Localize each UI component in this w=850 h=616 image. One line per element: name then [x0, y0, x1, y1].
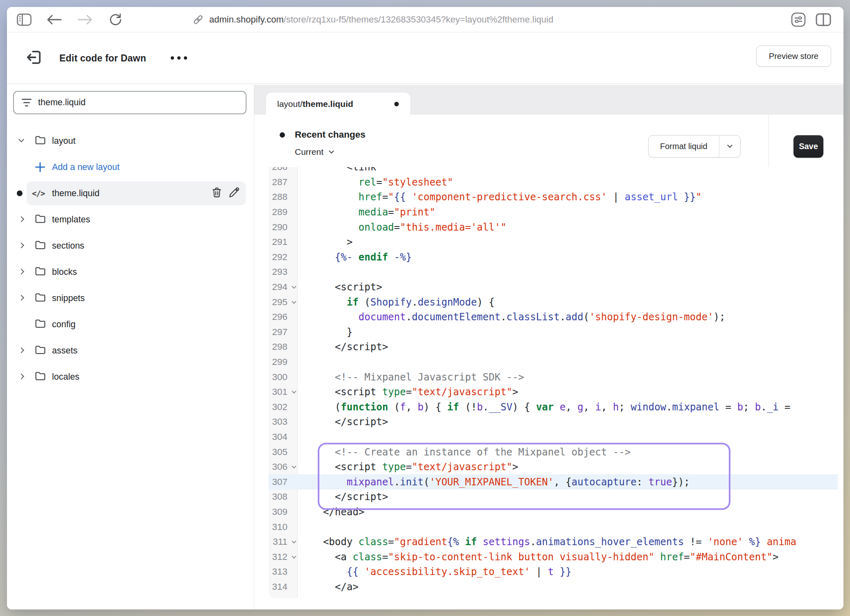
code-editor[interactable]: 286 <link287 rel="stylesheet"288 href="{… [269, 167, 838, 598]
line-number: 300 [269, 372, 298, 383]
line-number: 295 [269, 297, 298, 308]
code-line-299[interactable]: 299 [269, 355, 838, 370]
delete-file-icon[interactable] [211, 187, 223, 200]
chevron-right-icon[interactable] [17, 267, 25, 276]
forward-icon[interactable] [77, 14, 93, 25]
save-button[interactable]: Save [793, 135, 823, 158]
fold-chevron-icon[interactable] [292, 389, 296, 394]
code-line-293[interactable]: 293 [269, 265, 838, 280]
code-line-294[interactable]: 294 <script> [269, 280, 838, 295]
code-line-295[interactable]: 295 if (Shopify.designMode) { [269, 294, 838, 310]
back-icon[interactable] [46, 14, 62, 25]
code-line-312[interactable]: 312 <a class="skip-to-content-link butto… [269, 549, 838, 564]
line-number: 288 [269, 192, 298, 202]
code-line-291[interactable]: 291 > [269, 235, 838, 250]
more-menu-button[interactable] [170, 54, 188, 61]
code-line-311[interactable]: 311 <body class="gradient{% if settings.… [269, 534, 838, 550]
sidebar-item-templates[interactable]: templates [7, 206, 254, 233]
line-number: 309 [269, 507, 298, 517]
format-liquid-menu-toggle[interactable] [719, 136, 740, 157]
sidebar-item-config[interactable]: config [7, 311, 254, 337]
code-line-314[interactable]: 314 </a> [269, 580, 838, 595]
line-number: 297 [269, 327, 298, 337]
plus-icon [35, 162, 45, 172]
sidebar-item-theme.liquid[interactable]: </>theme.liquid [7, 180, 254, 206]
item-label: templates [52, 215, 90, 225]
code-line-307[interactable]: 307 mixpanel.init('YOUR_MIXPANEL_TOKEN',… [269, 474, 838, 489]
item-label: locales [52, 372, 79, 382]
editor-toolbar: Recent changes Current Format liquid Sav [254, 115, 843, 167]
code-text: href="{{ 'component-predictive-search.cs… [298, 191, 702, 203]
chevron-right-icon[interactable] [17, 294, 25, 302]
sidebar-toggle-icon[interactable] [17, 14, 32, 26]
code-line-300[interactable]: 300 <!-- Mixpanel Javascript SDK --> [269, 369, 838, 385]
chevron-right-icon[interactable] [17, 372, 25, 380]
code-line-306[interactable]: 306 <script type="text/javascript"> [269, 460, 838, 475]
tab-bar: layout/theme.liquid [254, 85, 843, 115]
code-line-286[interactable]: 286 <link [269, 167, 838, 175]
url-text[interactable]: admin.shopify.com/store/rzq1xu-f5/themes… [209, 14, 553, 25]
sidebar-item-snippets[interactable]: snippets [7, 285, 254, 311]
preview-store-button[interactable]: Preview store [756, 45, 831, 67]
code-text: </head> [298, 506, 364, 518]
code-text: document.documentElement.classList.add('… [298, 311, 726, 323]
tab-theme-liquid[interactable]: layout/theme.liquid [266, 93, 410, 115]
sidebar-item-add-a-new-layout[interactable]: Add a new layout [7, 154, 254, 180]
fold-chevron-icon[interactable] [292, 554, 296, 558]
version-dropdown[interactable]: Current [295, 147, 366, 157]
line-number: 289 [269, 207, 298, 217]
code-line-298[interactable]: 298 </script> [269, 340, 838, 355]
code-text: rel="stylesheet" [298, 177, 453, 188]
reload-icon[interactable] [109, 13, 122, 27]
url-host: admin.shopify.com [209, 14, 284, 25]
file-tree: layoutAdd a new layout</>theme.liquidtem… [7, 128, 254, 390]
code-line-308[interactable]: 308 </script> [269, 489, 838, 505]
browser-window: admin.shopify.com/store/rzq1xu-f5/themes… [7, 7, 843, 609]
code-line-296[interactable]: 296 document.documentElement.classList.a… [269, 310, 838, 325]
code-line-301[interactable]: 301 <script type="text/javascript"> [269, 385, 838, 400]
url-path: /store/rzq1xu-f5/themes/132683530345?key… [284, 14, 554, 25]
code-text: <link [298, 167, 376, 173]
editor-panel: layout/theme.liquid Recent changes Curre… [254, 85, 843, 609]
code-line-289[interactable]: 289 media="print" [269, 205, 838, 220]
code-text: onload="this.media='all'" [298, 222, 506, 233]
fold-chevron-icon[interactable] [292, 299, 296, 303]
sidebar-item-locales[interactable]: locales [7, 364, 254, 390]
file-search-input[interactable] [38, 97, 238, 108]
line-number: 310 [269, 522, 298, 532]
code-line-313[interactable]: 313 {{ 'accessibility.skip_to_text' | t … [269, 564, 838, 580]
code-line-302[interactable]: 302 (function (f, b) { if (!b.__SV) { va… [269, 400, 838, 415]
fold-chevron-icon[interactable] [292, 539, 296, 544]
code-line-309[interactable]: 309 </head> [269, 505, 838, 520]
sidebar-item-assets[interactable]: assets [7, 337, 254, 364]
code-line-290[interactable]: 290 onload="this.media='all'" [269, 220, 838, 235]
code-line-297[interactable]: 297 } [269, 325, 838, 340]
rename-file-icon[interactable] [228, 187, 240, 200]
chevron-right-icon[interactable] [17, 215, 25, 223]
file-search-box[interactable] [13, 91, 246, 114]
exit-icon[interactable] [25, 48, 43, 68]
chevron-right-icon[interactable] [17, 346, 25, 354]
code-text: <script type="text/javascript"> [298, 386, 518, 398]
code-line-310[interactable]: 310 [269, 519, 838, 534]
line-number: 305 [269, 447, 298, 457]
sidebar-item-layout[interactable]: layout [7, 128, 254, 154]
page-settings-icon[interactable] [790, 11, 807, 28]
code-line-304[interactable]: 304 [269, 430, 838, 445]
sidebar-item-sections[interactable]: sections [7, 233, 254, 259]
line-number: 286 [269, 167, 298, 172]
chevron-right-icon[interactable] [17, 241, 25, 249]
code-line-292[interactable]: 292 {%- endif -%} [269, 250, 838, 265]
chevron-down-icon[interactable] [17, 136, 25, 144]
line-number: 306 [269, 462, 298, 472]
split-view-icon[interactable] [816, 13, 831, 26]
format-liquid-button[interactable]: Format liquid [648, 135, 741, 158]
code-line-303[interactable]: 303 </script> [269, 414, 838, 430]
code-line-305[interactable]: 305 <!-- Create an instance of the Mixpa… [269, 444, 838, 460]
code-text: (function (f, b) { if (!b.__SV) { var e,… [298, 401, 791, 413]
code-line-288[interactable]: 288 href="{{ 'component-predictive-searc… [269, 190, 838, 205]
fold-chevron-icon[interactable] [292, 464, 296, 469]
sidebar-item-blocks[interactable]: blocks [7, 259, 254, 285]
code-line-287[interactable]: 287 rel="stylesheet" [269, 175, 838, 190]
fold-chevron-icon[interactable] [292, 284, 296, 289]
